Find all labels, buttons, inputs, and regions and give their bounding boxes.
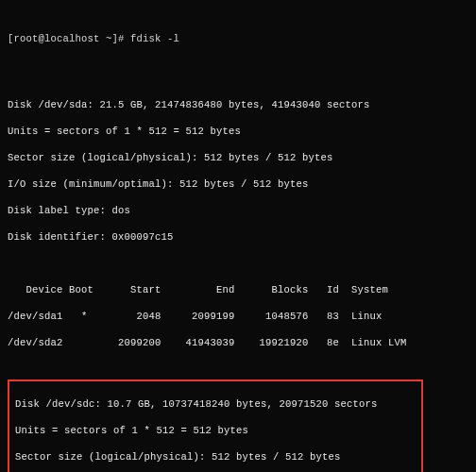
disk-sdc-header: Disk /dev/sdc: 10.7 GB, 10737418240 byte… (15, 397, 416, 411)
sda-part1: /dev/sda1 * 2048 2099199 1048576 83 Linu… (8, 310, 468, 323)
terminal-window[interactable]: [root@localhost ~]# fdisk -l Disk /dev/s… (0, 0, 476, 472)
shell-prompt-cmd: [root@localhost ~]# fdisk -l (8, 32, 468, 45)
disk-sda-io: I/O size (minimum/optimal): 512 bytes / … (8, 177, 468, 191)
disk-sda-units: Units = sectors of 1 * 512 = 512 bytes (8, 125, 468, 138)
disk-sdc-sector: Sector size (logical/physical): 512 byte… (15, 450, 416, 464)
disk-sdc-units: Units = sectors of 1 * 512 = 512 bytes (15, 424, 416, 437)
sda-part2: /dev/sda2 2099200 41943039 19921920 8e L… (8, 336, 468, 349)
disk-sda-header: Disk /dev/sda: 21.5 GB, 21474836480 byte… (8, 98, 468, 111)
highlight-box-sdc: Disk /dev/sdc: 10.7 GB, 10737418240 byte… (8, 379, 423, 472)
disk-sda-ident: Disk identifier: 0x00097c15 (8, 230, 468, 244)
disk-sda-sector: Sector size (logical/physical): 512 byte… (8, 151, 468, 164)
sda-table-header: Device Boot Start End Blocks Id System (8, 283, 468, 296)
disk-sda-label: Disk label type: dos (8, 204, 468, 217)
